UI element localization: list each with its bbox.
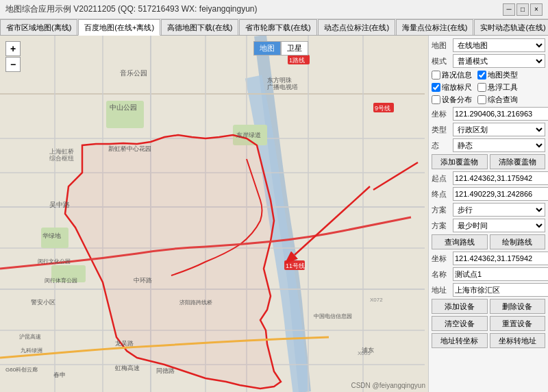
svg-text:9号线: 9号线 [375,105,390,112]
zoom-out-button[interactable]: − [5,57,21,72]
name-label: 名称 [432,269,451,280]
mode-select[interactable]: 普通模式 [453,54,545,68]
zoom-scale-checkbox[interactable]: 缩放标尺 [432,82,472,93]
clear-cover-button[interactable]: 清除覆盖物 [490,154,546,169]
strategy-select[interactable]: 最少时间 [453,219,545,232]
app-title: 地图综合应用示例 V20211205 (QQ: 517216493 WX: fe… [5,3,258,15]
coord-row: 坐标 [432,107,545,121]
tab-realtime-track[interactable]: 实时动态轨迹(在线) [474,19,548,35]
strategy-label: 方案 [432,221,451,231]
map-view-button[interactable]: 地图 [253,41,281,56]
addr-input[interactable] [453,283,548,297]
coord-label: 坐标 [432,109,451,119]
svg-text:X005: X005 [358,350,371,356]
convert-btn-row: 地址转坐标 坐标转地址 [432,333,545,348]
mode-label: 模式 [432,56,451,66]
svg-text:九科绿洲: 九科绿洲 [21,347,42,354]
end-label: 终点 [432,189,451,199]
svg-text:同德路: 同德路 [156,367,175,374]
pos-row: 坐标 [432,252,545,265]
dev-btn-row-1: 添加设备 删除设备 [432,299,545,314]
draw-route-button[interactable]: 绘制路线 [490,234,546,249]
pos-input[interactable] [453,252,548,265]
tab-baidu-map[interactable]: 百度地图(在线+离线) [78,19,160,36]
end-input[interactable] [453,187,548,201]
svg-text:龙吴路: 龙吴路 [115,340,134,347]
addr-row: 地址 [432,283,545,297]
add-device-button[interactable]: 添加设备 [432,299,488,314]
svg-text:中国电信信息园: 中国电信信息园 [314,313,352,319]
coord-to-addr-button[interactable]: 坐标转地址 [490,333,546,348]
coord-input[interactable] [453,107,548,121]
svg-text:春申: 春申 [53,371,66,378]
name-row: 名称 [432,267,545,281]
state-select[interactable]: 静态 [453,138,545,152]
map-selector-row: 地图 在线地图 [432,38,545,52]
start-label: 起点 [432,173,451,184]
clear-device-button[interactable]: 清空设备 [432,316,488,331]
type-label: 类型 [432,125,451,135]
comprehensive-query-checkbox[interactable]: 综合查询 [477,95,518,105]
close-button[interactable]: × [530,3,543,16]
traffic-info-checkbox[interactable]: 路况信息 [432,70,472,80]
route-btn-row: 查询路线 绘制路线 [432,234,545,249]
map-label: 地图 [432,40,451,51]
zoom-in-button[interactable]: + [5,41,21,56]
svg-text:华绿地: 华绿地 [42,232,61,239]
svg-text:X072: X072 [370,297,383,303]
title-bar: 地图综合应用示例 V20211205 (QQ: 517216493 WX: fe… [0,0,548,19]
tab-dynamic-marker[interactable]: 动态点位标注(在线) [318,19,395,35]
start-input[interactable] [453,171,548,185]
name-input[interactable] [453,267,548,281]
satellite-view-button[interactable]: 卫星 [281,41,308,56]
svg-text:闵行文化公园: 闵行文化公园 [38,258,71,265]
checkbox-row-3: 设备分布 综合查询 [432,95,545,105]
dev-btn-row-2: 清空设备 重置设备 [432,316,545,331]
strategy-row: 方案 最少时间 [432,219,545,232]
addr-to-coord-button[interactable]: 地址转坐标 [432,333,488,348]
svg-text:闵行体育公园: 闵行体育公园 [45,278,77,284]
svg-text:东方明珠: 东方明珠 [267,77,292,84]
reset-device-button[interactable]: 重置设备 [490,316,546,331]
query-route-button[interactable]: 查询路线 [432,234,488,249]
walk-row: 方案 步行 [432,203,545,217]
state-label: 态 [432,140,451,151]
map-svg: 音乐公园 东方明珠 广播电视塔 中山公园 新虹桥中心花园 东岸绿道 吴中路 中环… [0,36,428,392]
state-row: 态 静态 [432,138,545,152]
minimize-button[interactable]: ─ [503,3,515,16]
device-dist-checkbox[interactable]: 设备分布 [432,95,472,105]
float-tool-checkbox[interactable]: 悬浮工具 [477,82,518,93]
map-select[interactable]: 在线地图 [453,38,545,52]
walk-label: 方案 [432,205,451,215]
main-area: 音乐公园 东方明珠 广播电视塔 中山公园 新虹桥中心花园 东岸绿道 吴中路 中环… [0,36,548,392]
type-select[interactable]: 行政区划 [453,123,545,136]
pos-label: 坐标 [432,254,451,264]
svg-text:济阳路跨线桥: 济阳路跨线桥 [179,299,212,306]
mode-selector-row: 模式 普通模式 [432,54,545,68]
svg-text:G60科创云廊: G60科创云廊 [5,367,38,373]
tab-offline-map[interactable]: 省市区域地图(离线) [0,19,77,35]
svg-text:中环路: 中环路 [134,277,152,284]
start-row: 起点 [432,171,545,185]
map-satellite-toggle: 地图 卫星 [253,41,308,56]
svg-text:东岸绿道: 东岸绿道 [236,132,261,138]
svg-text:1路线: 1路线 [289,57,305,64]
tab-mass-marker[interactable]: 海量点位标注(在线) [396,19,473,35]
walk-select[interactable]: 步行 [453,203,545,217]
end-row: 终点 [432,187,545,201]
del-device-button[interactable]: 删除设备 [490,299,546,314]
map-area[interactable]: 音乐公园 东方明珠 广播电视塔 中山公园 新虹桥中心花园 东岸绿道 吴中路 中环… [0,36,428,392]
add-cover-button[interactable]: 添加覆盖物 [432,154,488,169]
tab-bar: 省市区域地图(离线) 百度地图(在线+离线) 高德地图下载(在线) 省市轮廓下载… [0,19,548,36]
svg-text:虹梅高速: 虹梅高速 [115,365,140,371]
maximize-button[interactable]: □ [516,3,529,16]
svg-text:中山公园: 中山公园 [110,103,137,111]
tab-gaode-download[interactable]: 高德地图下载(在线) [161,19,238,35]
checkbox-row-2: 缩放标尺 悬浮工具 [432,82,545,93]
tab-province-download[interactable]: 省市轮廓下载(在线) [239,19,316,35]
svg-text:11号线: 11号线 [286,262,305,269]
map-type-checkbox[interactable]: 地图类型 [477,70,518,80]
right-panel: 地图 在线地图 模式 普通模式 路况信息 地图类型 [428,36,548,392]
svg-text:广播电视塔: 广播电视塔 [267,84,298,90]
svg-text:警安小区: 警安小区 [31,299,55,306]
